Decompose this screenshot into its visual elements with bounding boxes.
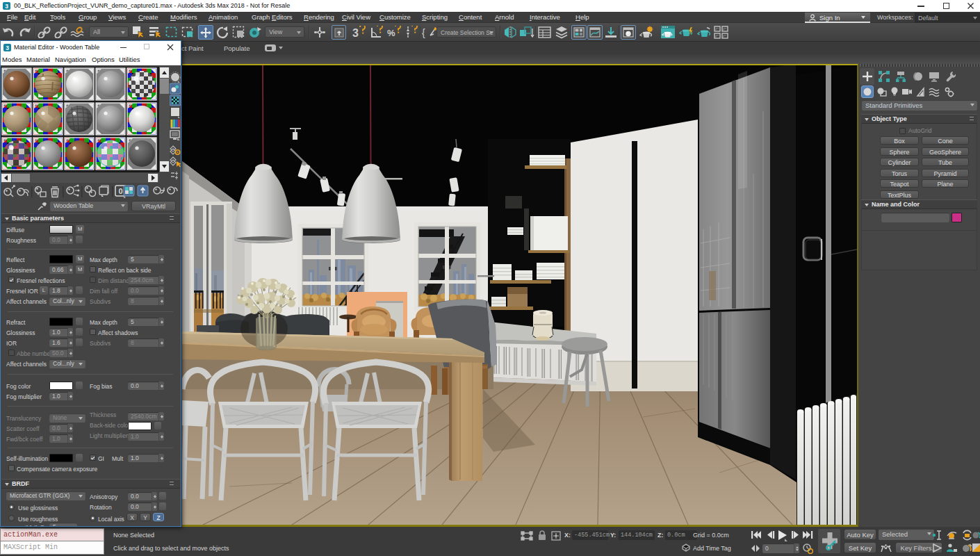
svg-text:3: 3 bbox=[5, 3, 8, 10]
svg-text:3: 3 bbox=[352, 27, 359, 39]
svg-text:3: 3 bbox=[6, 44, 9, 51]
svg-text:{: { bbox=[422, 27, 425, 38]
svg-text:%: % bbox=[387, 28, 395, 38]
svg-text:0: 0 bbox=[118, 187, 122, 195]
